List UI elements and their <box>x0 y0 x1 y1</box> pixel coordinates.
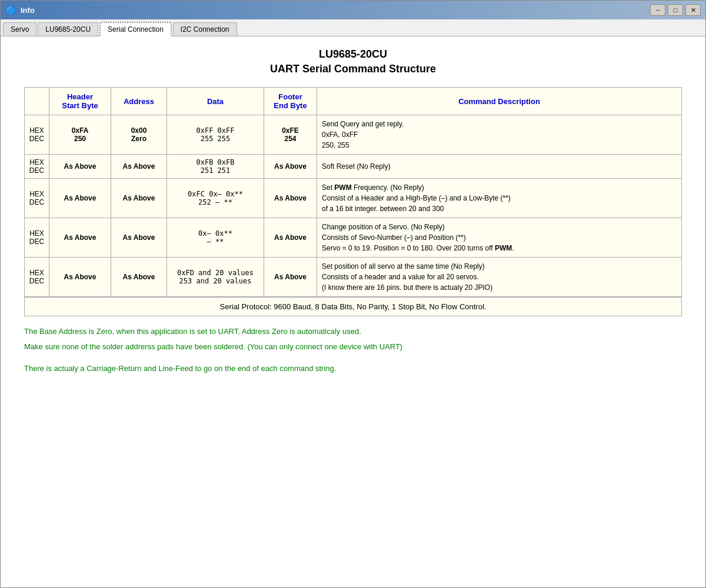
hex-dec-cell: HEXDEC <box>25 155 49 179</box>
note-line1: The Base Address is Zero, when this appl… <box>24 326 682 338</box>
cell-data-bytes: 0xFB 0xFB251 251 <box>167 155 264 179</box>
tab-serial-connection[interactable]: Serial Connection <box>99 22 172 36</box>
cell-footer-byte: As Above <box>264 258 317 297</box>
protocol-bar: Serial Protocol: 9600 Baud, 8 Data Bits,… <box>24 297 682 316</box>
page-subtitle: UART Serial Command Structure <box>24 63 682 75</box>
hex-dec-cell: HEXDEC <box>25 179 49 218</box>
note-line4: There is actualy a Carriage-Return and L… <box>24 363 682 375</box>
command-table: HeaderStart ByteAddressDataFooterEnd Byt… <box>24 87 682 297</box>
cell-desc: Set position of all servo at the same ti… <box>317 258 682 297</box>
cell-header-byte: As Above <box>49 258 111 297</box>
window-controls: − □ ✕ <box>650 4 701 16</box>
cell-desc: Change position of a Servo. (No Reply)Co… <box>317 218 682 258</box>
cell-data-bytes: 0x– 0x**– ** <box>167 218 264 258</box>
cell-header-byte: 0xFA250 <box>49 115 111 155</box>
col-header: FooterEnd Byte <box>264 88 317 115</box>
tab-i2c-connection[interactable]: I2C Connection <box>173 22 237 36</box>
hex-dec-cell: HEXDEC <box>25 115 49 155</box>
cell-footer-byte: As Above <box>264 179 317 218</box>
note-line2: Make sure none of the solder addrerss pa… <box>24 341 682 353</box>
table-row: HEXDEC0xFA2500x00Zero0xFF 0xFF255 2550xF… <box>25 115 682 155</box>
cell-data-bytes: 0xFD and 20 values253 and 20 values <box>167 258 264 297</box>
tab-lu9685[interactable]: LU9685-20CU <box>38 22 98 36</box>
cell-addr: As Above <box>111 258 167 297</box>
cell-footer-byte: As Above <box>264 218 317 258</box>
title-bar: 🔷 Info − □ ✕ <box>1 1 705 19</box>
tab-servo[interactable]: Servo <box>3 22 36 36</box>
col-header: Address <box>111 88 167 115</box>
col-header: HeaderStart Byte <box>49 88 111 115</box>
cell-header-byte: As Above <box>49 218 111 258</box>
cell-data-bytes: 0xFF 0xFF255 255 <box>167 115 264 155</box>
cell-desc: Soft Reset (No Reply) <box>317 155 682 179</box>
window-title: Info <box>21 6 35 15</box>
cell-desc: Send Query and get reply.0xFA, 0xFF 250,… <box>317 115 682 155</box>
cell-addr: As Above <box>111 155 167 179</box>
col-header: Command Description <box>317 88 682 115</box>
cell-addr: As Above <box>111 218 167 258</box>
main-window: 🔷 Info − □ ✕ Servo LU9685-20CU Serial Co… <box>0 0 706 588</box>
col-header: Data <box>167 88 264 115</box>
table-row: HEXDECAs AboveAs Above0xFD and 20 values… <box>25 258 682 297</box>
hex-dec-cell: HEXDEC <box>25 258 49 297</box>
title-bar-left: 🔷 Info <box>5 5 35 16</box>
page-title: LU9685-20CU <box>24 48 682 61</box>
cell-header-byte: As Above <box>49 155 111 179</box>
tab-bar: Servo LU9685-20CU Serial Connection I2C … <box>1 19 705 36</box>
minimize-button[interactable]: − <box>650 4 665 16</box>
cell-addr: 0x00Zero <box>111 115 167 155</box>
table-row: HEXDECAs AboveAs Above0x– 0x**– **As Abo… <box>25 218 682 258</box>
cell-footer-byte: As Above <box>264 155 317 179</box>
table-row: HEXDECAs AboveAs Above0xFB 0xFB251 251As… <box>25 155 682 179</box>
hex-dec-cell: HEXDEC <box>25 218 49 258</box>
table-row: HEXDECAs AboveAs Above0xFC 0x– 0x**252 –… <box>25 179 682 218</box>
cell-data-bytes: 0xFC 0x– 0x**252 – ** <box>167 179 264 218</box>
app-icon: 🔷 <box>5 5 17 16</box>
close-button[interactable]: ✕ <box>685 4 701 16</box>
cell-addr: As Above <box>111 179 167 218</box>
cell-header-byte: As Above <box>49 179 111 218</box>
cell-footer-byte: 0xFE254 <box>264 115 317 155</box>
cell-desc: Set PWM Frequency. (No Reply)Consist of … <box>317 179 682 218</box>
content-area: LU9685-20CU UART Serial Command Structur… <box>1 36 705 587</box>
maximize-button[interactable]: □ <box>668 4 683 16</box>
